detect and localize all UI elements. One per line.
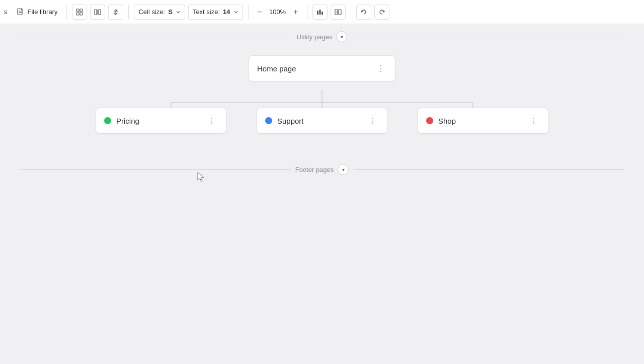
zoom-value: 100%	[268, 8, 288, 16]
text-size-chevron-icon	[233, 10, 238, 15]
text-size-label: Text size:	[193, 8, 220, 16]
anchor-button[interactable]	[108, 5, 123, 20]
canvas: Utility pages ▾ Home page	[0, 24, 644, 364]
svg-rect-6	[80, 13, 83, 15]
home-page-menu-button[interactable]: ⋮	[375, 62, 387, 74]
undo-icon	[360, 9, 367, 16]
utility-pages-section: Utility pages ▾	[20, 31, 624, 42]
svg-rect-8	[99, 10, 101, 15]
layout-column-icon	[94, 9, 101, 16]
separator-2	[128, 5, 129, 19]
chart-icon	[316, 9, 324, 16]
support-page-menu-button[interactable]: ⋮	[367, 115, 379, 127]
pricing-page-title: Pricing	[116, 117, 201, 125]
support-status-dot	[265, 117, 272, 124]
undo-button[interactable]	[356, 5, 371, 20]
utility-line-left	[20, 37, 293, 37]
tree-layout: Home page ⋮ Pricing ⋮ Support ⋮	[96, 50, 548, 134]
cell-size-label: Cell size:	[138, 8, 165, 16]
file-library-label: File library	[28, 8, 58, 16]
svg-rect-4	[80, 9, 83, 12]
separator-5	[351, 5, 351, 19]
text-size-value: 14	[223, 8, 230, 16]
footer-pages-section: Footer pages ▾	[20, 164, 624, 175]
home-node-row: Home page ⋮	[96, 55, 548, 81]
svg-rect-3	[76, 9, 79, 12]
shop-page-node[interactable]: Shop ⋮	[418, 108, 548, 134]
cell-size-dropdown[interactable]: Cell size: S	[134, 5, 185, 20]
toolbar: s File library	[0, 0, 644, 24]
text-size-dropdown[interactable]: Text size: 14	[188, 5, 243, 20]
split-view-button[interactable]	[331, 5, 346, 20]
app-initial: s	[4, 8, 8, 16]
home-page-node[interactable]: Home page ⋮	[249, 55, 395, 81]
support-page-node[interactable]: Support ⋮	[257, 108, 387, 134]
file-icon	[17, 8, 25, 16]
layout-column-button[interactable]	[90, 5, 105, 20]
shop-status-dot	[426, 117, 433, 124]
layout-grid-button[interactable]	[72, 5, 87, 20]
utility-line-right	[351, 37, 624, 37]
zoom-out-button[interactable]: −	[254, 6, 266, 18]
home-page-title: Home page	[257, 64, 370, 73]
file-library-button[interactable]: File library	[13, 6, 62, 18]
svg-rect-7	[95, 10, 97, 15]
chart-button[interactable]	[312, 5, 328, 20]
footer-line-left	[20, 169, 291, 170]
chevron-down-icon	[176, 10, 181, 15]
shop-page-menu-button[interactable]: ⋮	[528, 115, 540, 127]
page-tree-diagram: Home page ⋮ Pricing ⋮ Support ⋮	[0, 50, 644, 134]
pricing-status-dot	[104, 117, 111, 124]
separator-1	[66, 5, 67, 19]
footer-pages-label: Footer pages	[295, 166, 334, 173]
utility-pages-label: Utility pages	[297, 33, 333, 41]
footer-pages-toggle[interactable]: ▾	[338, 164, 349, 175]
svg-rect-5	[76, 13, 79, 15]
redo-button[interactable]	[374, 5, 389, 20]
svg-rect-13	[317, 11, 318, 15]
svg-rect-14	[319, 10, 320, 15]
support-page-title: Support	[277, 117, 362, 125]
pricing-page-menu-button[interactable]: ⋮	[206, 115, 218, 127]
utility-pages-toggle[interactable]: ▾	[336, 31, 347, 42]
child-nodes-row: Pricing ⋮ Support ⋮ Shop ⋮	[96, 108, 548, 134]
redo-icon	[378, 9, 385, 16]
shop-page-title: Shop	[438, 117, 523, 125]
cell-size-value: S	[168, 8, 173, 16]
separator-3	[248, 5, 249, 19]
layout-grid-icon	[76, 9, 83, 16]
zoom-controls: − 100% +	[254, 6, 302, 18]
anchor-icon	[112, 9, 119, 16]
footer-line-right	[353, 169, 624, 170]
separator-4	[307, 5, 307, 19]
pricing-page-node[interactable]: Pricing ⋮	[96, 108, 226, 134]
split-view-icon	[335, 9, 342, 16]
zoom-in-button[interactable]: +	[290, 6, 302, 18]
svg-rect-15	[321, 12, 323, 15]
